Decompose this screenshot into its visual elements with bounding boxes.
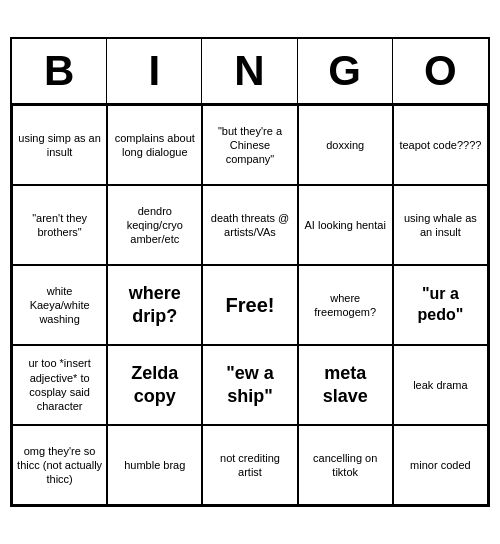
bingo-letter-b: B	[12, 39, 107, 103]
bingo-cell-14: "ur a pedo"	[393, 265, 488, 345]
bingo-cell-16: Zelda copy	[107, 345, 202, 425]
bingo-header: BINGO	[12, 39, 488, 105]
bingo-cell-3: doxxing	[298, 105, 393, 185]
bingo-cell-10: white Kaeya/white washing	[12, 265, 107, 345]
bingo-cell-20: omg they're so thicc (not actually thicc…	[12, 425, 107, 505]
bingo-grid: using simp as an insultcomplains about l…	[12, 105, 488, 505]
bingo-cell-12: Free!	[202, 265, 297, 345]
bingo-cell-2: "but they're a Chinese company"	[202, 105, 297, 185]
bingo-cell-15: ur too *insert adjective* to cosplay sai…	[12, 345, 107, 425]
bingo-letter-i: I	[107, 39, 202, 103]
bingo-cell-22: not crediting artist	[202, 425, 297, 505]
bingo-cell-9: using whale as an insult	[393, 185, 488, 265]
bingo-letter-o: O	[393, 39, 488, 103]
bingo-cell-19: leak drama	[393, 345, 488, 425]
bingo-letter-g: G	[298, 39, 393, 103]
bingo-letter-n: N	[202, 39, 297, 103]
bingo-cell-5: "aren't they brothers"	[12, 185, 107, 265]
bingo-cell-4: teapot code????	[393, 105, 488, 185]
bingo-cell-23: cancelling on tiktok	[298, 425, 393, 505]
bingo-cell-21: humble brag	[107, 425, 202, 505]
bingo-cell-8: AI looking hentai	[298, 185, 393, 265]
bingo-cell-1: complains about long dialogue	[107, 105, 202, 185]
bingo-cell-7: death threats @ artists/VAs	[202, 185, 297, 265]
bingo-cell-6: dendro keqing/cryo amber/etc	[107, 185, 202, 265]
bingo-card: BINGO using simp as an insultcomplains a…	[10, 37, 490, 507]
bingo-cell-0: using simp as an insult	[12, 105, 107, 185]
bingo-cell-24: minor coded	[393, 425, 488, 505]
bingo-cell-11: where drip?	[107, 265, 202, 345]
bingo-cell-13: where freemogem?	[298, 265, 393, 345]
bingo-cell-18: meta slave	[298, 345, 393, 425]
bingo-cell-17: "ew a ship"	[202, 345, 297, 425]
